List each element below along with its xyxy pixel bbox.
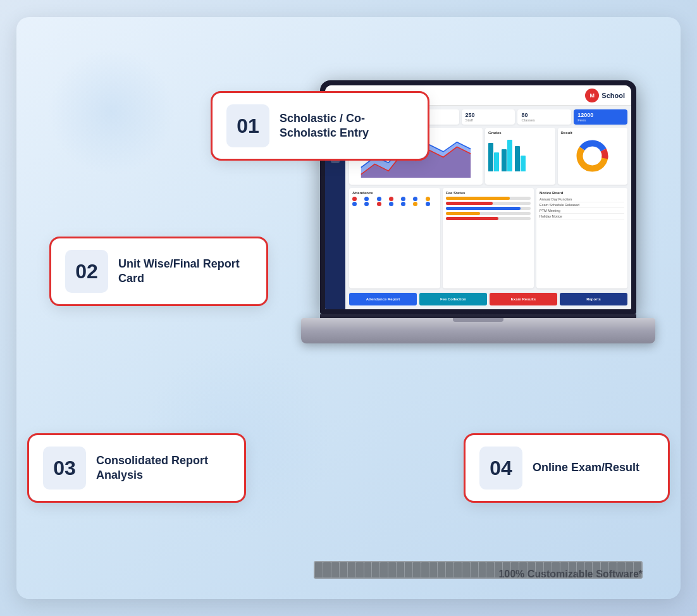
key (626, 562, 633, 577)
donut-chart-card: Result (558, 128, 628, 185)
key (462, 562, 470, 577)
card-label-03: Consolidated Report Analysis (96, 453, 223, 483)
fee-bar-fill-5 (446, 217, 498, 220)
action-btn-fees[interactable]: Fee Collection (419, 293, 487, 305)
key (560, 562, 568, 577)
fee-bar-fill-2 (446, 202, 493, 205)
stat-label-4: Classes (521, 118, 567, 122)
notice-3: PTM Meeting (540, 209, 624, 213)
key (527, 562, 535, 577)
fee-bar-bg-4 (446, 212, 531, 215)
fee-bar-fill-3 (446, 207, 521, 210)
key (511, 562, 519, 577)
key (503, 562, 510, 577)
key (577, 562, 584, 577)
action-btn-reports[interactable]: Reports (560, 293, 627, 305)
notice-row-2: Exam Schedule Released (540, 202, 624, 208)
cal-dot (389, 202, 393, 206)
fee-bar-bg-1 (446, 197, 531, 200)
key (601, 562, 608, 577)
cal-dot (352, 202, 357, 206)
card-label-04: Online Exam/Result (533, 460, 639, 475)
bar-group-1 (488, 143, 499, 171)
card-label-01: Scholastic / Co-Scholastic Entry (280, 111, 406, 141)
key (356, 562, 364, 577)
key (331, 562, 339, 577)
card-label-02: Unit Wise/Final Report Card (118, 257, 245, 286)
key (486, 562, 494, 577)
fee-progress-bars (446, 197, 531, 220)
key (315, 562, 323, 577)
table-title-notice: Notice Board (540, 191, 624, 195)
key (544, 562, 552, 577)
notice-row-4: Holiday Notice (540, 214, 624, 219)
bar-group-3 (515, 146, 526, 171)
stat-label-5: Fees (577, 118, 624, 122)
donut-container (561, 137, 625, 175)
key (413, 562, 421, 577)
feature-card-04[interactable]: 04 Online Exam/Result (466, 435, 668, 501)
keyboard-area (314, 561, 643, 579)
notice-row-1: Annual Day Function (540, 197, 624, 202)
bar-chart-card: Grades (485, 128, 555, 185)
action-btn-attendance[interactable]: Attendance Report (349, 293, 417, 305)
logo-icon: M (585, 89, 599, 102)
cal-dot (377, 197, 381, 201)
key (471, 562, 478, 577)
cal-dot (364, 202, 369, 206)
key (536, 562, 543, 577)
table-card-fees: Fee Status (443, 188, 534, 288)
notice-2: Exam Schedule Released (540, 203, 624, 207)
action-btn-exams[interactable]: Exam Results (490, 293, 557, 305)
key (405, 562, 412, 577)
feature-card-02[interactable]: 02 Unit Wise/Final Report Card (51, 238, 266, 304)
key (609, 562, 617, 577)
cal-dot (401, 197, 405, 201)
key (634, 562, 641, 577)
laptop-base (301, 318, 655, 343)
cal-dot (401, 202, 405, 206)
key (454, 562, 462, 577)
key (323, 562, 331, 577)
cal-dot (377, 202, 381, 206)
main-container: 01 Scholastic / Co-Scholastic Entry 02 U… (16, 17, 681, 599)
bar-2b (507, 140, 512, 171)
stat-num-5: 12000 (577, 112, 624, 118)
cal-dot (389, 197, 393, 201)
bar-3b (521, 156, 526, 171)
stat-card-5: 12000 Fees (574, 109, 627, 125)
dash-logo: M School (585, 89, 625, 102)
key (429, 562, 437, 577)
cal-dot (426, 202, 430, 206)
cal-dot (364, 197, 369, 201)
key (438, 562, 445, 577)
stat-num-4: 80 (521, 112, 567, 118)
key (340, 562, 347, 577)
fee-bar-fill-1 (446, 197, 510, 200)
bar-2a (502, 149, 507, 171)
key (364, 562, 372, 577)
bar-chart-title: Grades (488, 131, 552, 135)
action-buttons-row: Attendance Report Fee Collection Exam Re… (349, 293, 627, 305)
fee-bar-bg-5 (446, 217, 531, 220)
key (348, 562, 355, 577)
key (593, 562, 600, 577)
cal-dot (426, 197, 430, 201)
key (569, 562, 576, 577)
stat-label-3: Staff (466, 118, 512, 122)
mini-calendar (352, 197, 437, 206)
cal-dot (413, 202, 417, 206)
cal-dot (413, 197, 417, 201)
fee-bar-bg-3 (446, 207, 531, 210)
notice-4: Holiday Notice (540, 214, 624, 218)
key (388, 562, 396, 577)
stat-card-4: 80 Classes (517, 109, 571, 125)
feature-card-03[interactable]: 03 Consolidated Report Analysis (29, 435, 244, 501)
bar-group-2 (502, 140, 512, 171)
stat-num-3: 250 (466, 112, 512, 118)
donut-chart-title: Result (561, 131, 625, 135)
card-number-02: 02 (65, 250, 108, 293)
feature-card-01[interactable]: 01 Scholastic / Co-Scholastic Entry (213, 93, 428, 159)
key (585, 562, 593, 577)
cal-dot (352, 197, 357, 201)
